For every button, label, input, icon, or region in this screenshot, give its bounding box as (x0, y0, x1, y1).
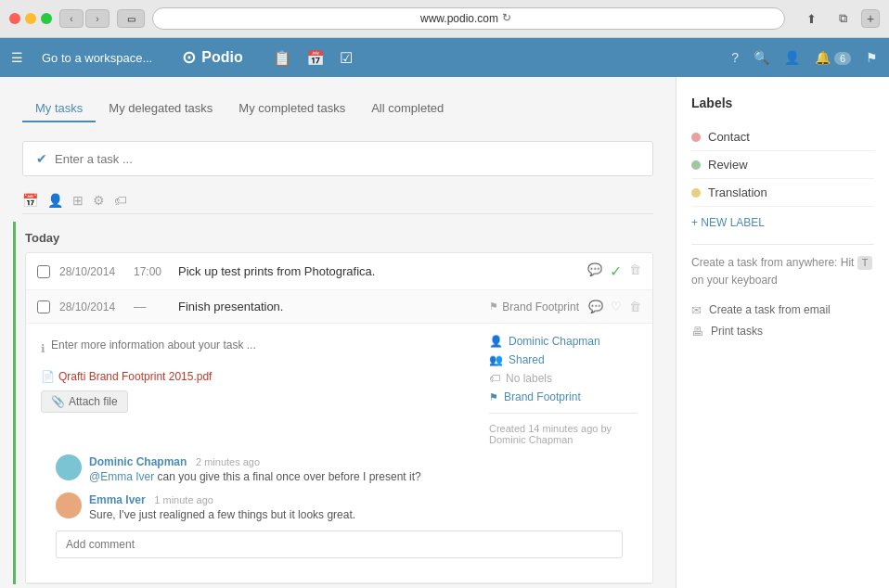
sidebar: Labels Contact Review Translation + NEW … (676, 77, 889, 588)
task2-like-icon[interactable]: ♡ (611, 300, 622, 313)
task2-delete-icon[interactable]: 🗑 (629, 300, 641, 313)
task2-time: –– (134, 300, 169, 313)
filter-group-icon[interactable]: ⊞ (72, 193, 84, 208)
workspace-link[interactable]: Go to a workspace... (42, 51, 152, 65)
workspace-flag-icon: ⚑ (489, 391, 498, 403)
sidebar-divider (691, 244, 874, 245)
minimize-button[interactable] (25, 13, 36, 24)
flag-icon[interactable]: ⚑ (866, 50, 878, 65)
new-tab-button[interactable]: + (861, 9, 880, 28)
comment-1-rest: can you give this a final once over befo… (158, 470, 421, 483)
task2-tag: ⚑ Brand Footprint (489, 300, 579, 313)
label-item-review[interactable]: Review (691, 151, 874, 179)
label-name-translation: Translation (708, 185, 767, 199)
comment-1-author[interactable]: Dominic Chapman (89, 455, 187, 468)
avatar-dc (56, 454, 82, 480)
email-icon: ✉ (691, 303, 702, 317)
nav-calendar-icon[interactable]: 📅 (306, 49, 325, 67)
share-button[interactable]: ⬆ (798, 9, 824, 28)
traffic-lights (9, 13, 52, 24)
search-icon[interactable]: 🔍 (754, 50, 769, 65)
attach-file-button[interactable]: 📎 Attach file (41, 390, 128, 413)
fullscreen-button[interactable] (41, 13, 52, 24)
comment-1-time: 2 minutes ago (196, 456, 260, 467)
tab-my-completed[interactable]: My completed tasks (225, 96, 358, 122)
labels-list: Contact Review Translation (691, 123, 874, 207)
today-task-list: 28/10/2014 17:00 Pick up test prints fro… (25, 252, 653, 584)
assignee-item: 👤 Dominic Chapman (489, 335, 638, 348)
detail-info-icon: ℹ (41, 342, 45, 355)
back-button[interactable]: ‹ (59, 9, 84, 28)
nav-tasks-icon[interactable]: ☑ (340, 49, 353, 67)
notifications-icon[interactable]: 🔔 6 (815, 50, 851, 65)
shared-label[interactable]: Shared (509, 353, 545, 366)
help-icon[interactable]: ? (731, 50, 739, 65)
assignee-label[interactable]: Dominic Chapman (509, 335, 600, 348)
add-comment-input[interactable] (56, 530, 623, 558)
sidebar-title: Labels (691, 96, 874, 110)
tab-my-tasks[interactable]: My tasks (22, 96, 96, 122)
label-item-translation[interactable]: Translation (691, 179, 874, 207)
comment-1-mention[interactable]: @Emma Iver (89, 470, 154, 483)
close-button[interactable] (9, 13, 20, 24)
attach-icon: 📎 (51, 395, 65, 408)
today-section: Today 28/10/2014 17:00 Pick up test prin… (13, 222, 653, 584)
task2-tag-label: Brand Footprint (502, 300, 579, 313)
tab-my-delegated[interactable]: My delegated tasks (96, 96, 225, 122)
task1-checkbox[interactable] (37, 265, 50, 278)
task1-actions: 💬 ✓ 🗑 (587, 262, 641, 280)
filter-tag-icon[interactable]: 🏷 (114, 193, 127, 208)
task-detail-left: ℹ 📄 Qrafti Brand Footprint 2015.pdf 📎 At… (41, 335, 470, 445)
comments-section: Dominic Chapman 2 minutes ago @Emma Iver… (41, 445, 638, 568)
forward-button[interactable]: › (85, 9, 110, 28)
keyboard-shortcut-key: T (857, 256, 873, 270)
avatar-ei (56, 492, 82, 518)
task2-actions: 💬 ♡ 🗑 (588, 300, 641, 313)
filter-user-icon[interactable]: 👤 (47, 193, 63, 208)
nav-boards-icon[interactable]: 📋 (273, 49, 291, 67)
task1-text: Pick up test prints from Photografica. (178, 264, 578, 278)
label-icon: 🏷 (489, 372, 500, 385)
tab-all-completed[interactable]: All completed (358, 96, 457, 122)
create-from-email-action[interactable]: ✉ Create a task from email (691, 300, 874, 321)
header-right: ? 🔍 👤 🔔 6 ⚑ (731, 50, 878, 65)
task-detail-input[interactable] (51, 335, 470, 355)
task-input[interactable] (55, 152, 639, 166)
task1-delete-icon[interactable]: 🗑 (629, 262, 641, 280)
workspace-item: ⚑ Brand Footprint (489, 390, 638, 403)
profile-icon[interactable]: 👤 (784, 50, 800, 65)
window-layout-button[interactable]: ▭ (117, 9, 145, 28)
task-input-icon: ✔ (36, 151, 47, 166)
tabs-button[interactable]: ⧉ (830, 9, 856, 28)
refresh-button[interactable]: ↻ (502, 11, 517, 26)
header-nav: 📋 📅 ☑ (273, 49, 353, 67)
app-logo: ⊙ Podio (182, 47, 242, 68)
assignee-icon: 👤 (489, 335, 503, 348)
filter-settings-icon[interactable]: ⚙ (93, 193, 105, 208)
label-item-contact[interactable]: Contact (691, 123, 874, 151)
print-icon: 🖶 (691, 325, 703, 339)
comment-2-text: Sure, I've just realigned a few things b… (89, 508, 623, 521)
app-header: ☰ Go to a workspace... ⊙ Podio 📋 📅 ☑ ? 🔍… (0, 38, 889, 77)
url-bar[interactable]: www.podio.com ↻ (152, 7, 785, 30)
menu-icon[interactable]: ☰ (11, 50, 23, 65)
labels-item: 🏷 No labels (489, 372, 638, 385)
detail-divider (489, 413, 638, 414)
new-label-button[interactable]: + NEW LABEL (691, 216, 874, 229)
task-attachment-link[interactable]: 📄 Qrafti Brand Footprint 2015.pdf (41, 370, 470, 383)
workspace-label[interactable]: Brand Footprint (504, 390, 581, 403)
filter-date-icon[interactable]: 📅 (22, 193, 38, 208)
task1-completed-icon[interactable]: ✓ (610, 262, 622, 280)
table-row: 28/10/2014 17:00 Pick up test prints fro… (26, 253, 652, 290)
comment-2-author[interactable]: Emma Iver (89, 493, 146, 506)
print-tasks-action[interactable]: 🖶 Print tasks (691, 321, 874, 342)
table-row: 28/10/2014 –– Finish presentation. ⚑ Bra… (26, 290, 652, 324)
sidebar-hint: Create a task from anywhere: Hit T on yo… (691, 254, 874, 288)
browser-chrome: ‹ › ▭ www.podio.com ↻ ⬆ ⧉ + (0, 0, 889, 38)
url-text: www.podio.com (420, 12, 498, 25)
comment-1-text: @Emma Iver can you give this a final onc… (89, 470, 623, 483)
task2-checkbox[interactable] (37, 300, 50, 313)
task2-text: Finish presentation. (178, 300, 480, 313)
task1-comment-icon[interactable]: 💬 (587, 262, 602, 280)
task2-comment-icon[interactable]: 💬 (588, 300, 603, 313)
